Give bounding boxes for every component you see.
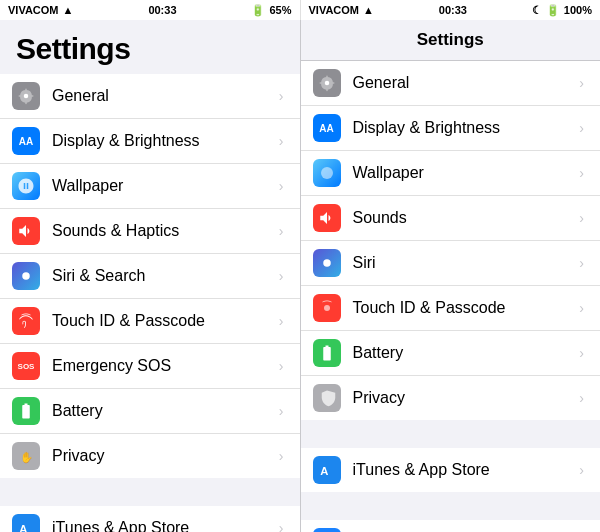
left-row-display[interactable]: AA Display & Brightness ›: [0, 119, 300, 164]
svg-point-7: [324, 305, 330, 311]
right-group-1: General › AA Display & Brightness › Wall…: [301, 61, 601, 420]
right-wallpaper-icon: [313, 159, 341, 187]
right-row-mail[interactable]: Mail ›: [301, 520, 601, 532]
right-row-privacy[interactable]: Privacy ›: [301, 376, 601, 420]
right-battery-icon: [313, 339, 341, 367]
right-privacy-chevron: ›: [579, 390, 584, 406]
left-row-privacy[interactable]: ✋ Privacy ›: [0, 434, 300, 478]
left-general-label: General: [52, 87, 275, 105]
right-wallpaper-chevron: ›: [579, 165, 584, 181]
left-general-icon: [12, 82, 40, 110]
left-settings-list[interactable]: General › AA Display & Brightness › Wall…: [0, 74, 300, 532]
main-panels: Settings General › AA Display & Brightne…: [0, 20, 600, 532]
right-sounds-chevron: ›: [579, 210, 584, 226]
right-status-right: ☾ 🔋 100%: [532, 4, 592, 17]
right-touchid-label: Touch ID & Passcode: [353, 299, 576, 317]
right-touchid-chevron: ›: [579, 300, 584, 316]
left-privacy-icon: ✋: [12, 442, 40, 470]
left-row-sos[interactable]: SOS Emergency SOS ›: [0, 344, 300, 389]
right-time: 00:33: [439, 4, 467, 16]
left-wallpaper-chevron: ›: [279, 178, 284, 194]
left-status-right: 🔋 65%: [251, 4, 291, 17]
right-row-battery[interactable]: Battery ›: [301, 331, 601, 376]
right-general-chevron: ›: [579, 75, 584, 91]
left-touchid-label: Touch ID & Passcode: [52, 312, 275, 330]
left-group-2: A iTunes & App Store ›: [0, 506, 300, 532]
right-panel-title: Settings: [317, 30, 585, 50]
left-panel-header: Settings: [0, 20, 300, 74]
left-panel: Settings General › AA Display & Brightne…: [0, 20, 300, 532]
left-general-chevron: ›: [279, 88, 284, 104]
left-row-touchid[interactable]: Touch ID & Passcode ›: [0, 299, 300, 344]
right-sounds-label: Sounds: [353, 209, 576, 227]
right-row-siri[interactable]: Siri ›: [301, 241, 601, 286]
svg-point-6: [323, 259, 331, 267]
right-sounds-icon: [313, 204, 341, 232]
left-siri-label: Siri & Search: [52, 267, 275, 285]
right-battery-pct: 100%: [564, 4, 592, 16]
left-wallpaper-icon: [12, 172, 40, 200]
left-row-wallpaper[interactable]: Wallpaper ›: [0, 164, 300, 209]
right-touchid-icon: [313, 294, 341, 322]
right-wallpaper-label: Wallpaper: [353, 164, 576, 182]
right-display-chevron: ›: [579, 120, 584, 136]
left-panel-title: Settings: [16, 32, 284, 66]
right-row-touchid[interactable]: Touch ID & Passcode ›: [301, 286, 601, 331]
right-status-left: VIVACOM ▲: [309, 4, 374, 16]
right-general-icon: [313, 69, 341, 97]
right-row-display[interactable]: AA Display & Brightness ›: [301, 106, 601, 151]
left-display-chevron: ›: [279, 133, 284, 149]
left-battery-icon: [12, 397, 40, 425]
svg-text:✋: ✋: [20, 451, 34, 464]
right-carrier: VIVACOM: [309, 4, 360, 16]
left-gap-1: [0, 478, 300, 506]
right-row-sounds[interactable]: Sounds ›: [301, 196, 601, 241]
left-sounds-icon: [12, 217, 40, 245]
right-panel-header: Settings: [301, 20, 601, 61]
right-general-label: General: [353, 74, 576, 92]
left-battery-icon: 🔋: [251, 4, 265, 17]
left-battery-label: Battery: [52, 402, 275, 420]
left-sounds-chevron: ›: [279, 223, 284, 239]
left-itunes-chevron: ›: [279, 520, 284, 532]
left-status-left: VIVACOM ▲: [8, 4, 73, 16]
left-siri-chevron: ›: [279, 268, 284, 284]
right-gap-1: [301, 420, 601, 448]
left-battery-chevron: ›: [279, 403, 284, 419]
left-sos-label: Emergency SOS: [52, 357, 275, 375]
right-row-wallpaper[interactable]: Wallpaper ›: [301, 151, 601, 196]
left-row-battery[interactable]: Battery ›: [0, 389, 300, 434]
left-group-1: General › AA Display & Brightness › Wall…: [0, 74, 300, 478]
left-touchid-chevron: ›: [279, 313, 284, 329]
left-touchid-icon: [12, 307, 40, 335]
left-row-itunes[interactable]: A iTunes & App Store ›: [0, 506, 300, 532]
right-siri-label: Siri: [353, 254, 576, 272]
left-row-siri[interactable]: Siri & Search ›: [0, 254, 300, 299]
right-siri-chevron: ›: [579, 255, 584, 271]
right-privacy-icon: [313, 384, 341, 412]
right-battery-label: Battery: [353, 344, 576, 362]
left-itunes-icon: A: [12, 514, 40, 532]
left-row-general[interactable]: General ›: [0, 74, 300, 119]
right-wifi-icon: ▲: [363, 4, 374, 16]
left-wallpaper-label: Wallpaper: [52, 177, 275, 195]
right-group-3: Mail › Contacts › 31 Calendar ›: [301, 520, 601, 532]
right-row-general[interactable]: General ›: [301, 61, 601, 106]
right-row-itunes[interactable]: A iTunes & App Store ›: [301, 448, 601, 492]
left-itunes-label: iTunes & App Store: [52, 519, 275, 532]
right-display-label: Display & Brightness: [353, 119, 576, 137]
left-display-label: Display & Brightness: [52, 132, 275, 150]
left-privacy-chevron: ›: [279, 448, 284, 464]
right-gap-2: [301, 492, 601, 520]
right-itunes-icon: A: [313, 456, 341, 484]
svg-point-1: [22, 272, 30, 280]
right-mail-icon: [313, 528, 341, 532]
right-settings-list[interactable]: General › AA Display & Brightness › Wall…: [301, 61, 601, 532]
svg-text:A: A: [19, 523, 27, 533]
right-panel: Settings General › AA Display & Brightne…: [301, 20, 601, 532]
svg-point-5: [321, 167, 333, 179]
right-status-bar: VIVACOM ▲ 00:33 ☾ 🔋 100%: [301, 0, 601, 20]
left-display-icon: AA: [12, 127, 40, 155]
right-group-2: A iTunes & App Store ›: [301, 448, 601, 492]
left-row-sounds[interactable]: Sounds & Haptics ›: [0, 209, 300, 254]
